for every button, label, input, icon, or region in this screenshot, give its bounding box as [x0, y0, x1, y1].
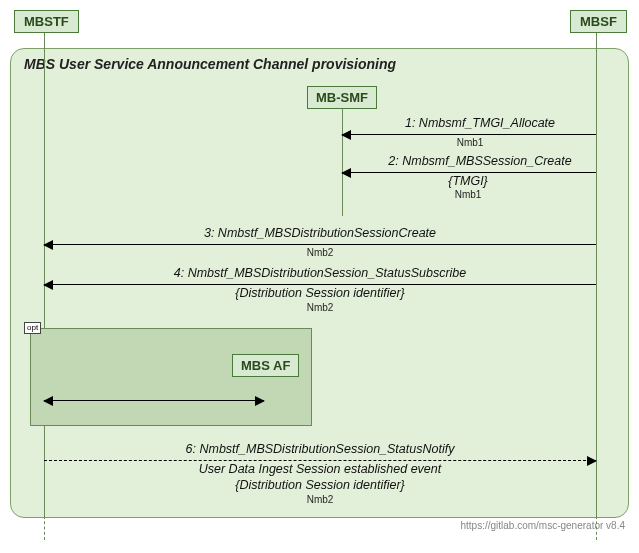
footer-credit: https://gitlab.com/msc-generator v8.4: [460, 520, 625, 531]
sequence-diagram: MBSTF MBSF MBS User Service Announcement…: [10, 10, 629, 543]
msg4-arrow: [44, 284, 596, 285]
msg1-label: 1: Nmbsmf_TMGI_Allocate: [370, 116, 590, 130]
arrow-head-left-icon: [43, 396, 53, 406]
arrow-head-right-icon: [587, 456, 597, 466]
arrow-head-left-icon: [43, 240, 53, 250]
participant-mbsaf: MBS AF: [232, 354, 299, 377]
participant-mbstf: MBSTF: [14, 10, 79, 33]
lifeline-mbstf-top: [44, 32, 45, 48]
msg2-ref: Nmb1: [448, 189, 488, 200]
arrow-head-left-icon: [43, 280, 53, 290]
msg5-arrow: [44, 400, 264, 401]
opt-frame: [30, 328, 312, 426]
lifeline-mbsf-top: [596, 32, 597, 48]
msg3-arrow: [44, 244, 596, 245]
arrow-head-left-icon: [341, 168, 351, 178]
arrow-head-left-icon: [341, 130, 351, 140]
arrow-head-right-icon: [255, 396, 265, 406]
participant-mbsf: MBSF: [570, 10, 627, 33]
msg2-label: 2: Nmbsmf_MBSSession_Create: [360, 154, 600, 168]
lifeline-mbsf-bottom: [596, 516, 597, 540]
frame-title: MBS User Service Announcement Channel pr…: [24, 56, 396, 72]
opt-tag: opt: [24, 322, 41, 334]
msg6-ref: Nmb2: [300, 494, 340, 505]
msg6-param: {Distribution Session identifier}: [190, 478, 450, 492]
msg4-param: {Distribution Session identifier}: [190, 286, 450, 300]
msg6-event: User Data Ingest Session established eve…: [160, 462, 480, 476]
msg1-arrow: [342, 134, 596, 135]
msg6-event-text: User Data Ingest Session established eve…: [199, 462, 442, 476]
msg2-param: {TMGI}: [428, 174, 508, 188]
msg2-arrow: [342, 172, 596, 173]
lifeline-mbstf-bottom: [44, 516, 45, 540]
msg3-ref: Nmb2: [300, 247, 340, 258]
msg4-ref: Nmb2: [300, 302, 340, 313]
msg6-arrow: [44, 460, 596, 461]
participant-mbsmf: MB-SMF: [307, 86, 377, 109]
msg1-ref: Nmb1: [450, 137, 490, 148]
msg3-label: 3: Nmbstf_MBSDistributionSessionCreate: [130, 226, 510, 240]
msg4-label: 4: Nmbstf_MBSDistributionSession_StatusS…: [110, 266, 530, 280]
msg6-label: 6: Nmbstf_MBSDistributionSession_StatusN…: [130, 442, 510, 456]
lifeline-mbsf: [596, 48, 597, 516]
lifeline-mbsmf: [342, 108, 343, 216]
